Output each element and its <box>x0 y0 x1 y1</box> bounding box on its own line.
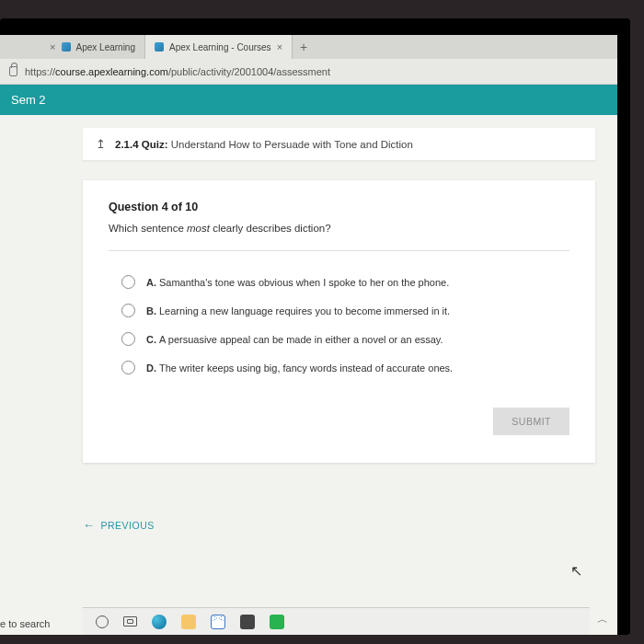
arrow-left-icon: ← <box>83 518 96 532</box>
question-number: Question 4 of 10 <box>109 201 569 213</box>
course-header: Sem 2 <box>0 85 617 115</box>
option-a[interactable]: A.Samantha's tone was obvious when I spo… <box>109 268 569 296</box>
radio-icon[interactable] <box>121 304 135 317</box>
crumb-kind: Quiz: <box>142 139 168 150</box>
url-text: https://course.apexlearning.com/public/a… <box>25 66 608 77</box>
option-text: Samantha's tone was obvious when I spoke… <box>159 277 449 288</box>
option-letter: D. <box>146 362 156 374</box>
browser-tab-active[interactable]: Apex Learning - Courses × <box>145 35 293 59</box>
question-text: Which sentence most clearly describes di… <box>109 223 569 234</box>
question-card: Question 4 of 10 Which sentence most cle… <box>83 180 595 463</box>
tab-label: Apex Learning <box>76 42 136 52</box>
task-view-icon[interactable] <box>123 616 137 627</box>
mail-icon[interactable] <box>211 615 225 629</box>
option-letter: C. <box>146 334 156 345</box>
url-prefix: https:// <box>25 66 55 77</box>
option-letter: B. <box>146 305 156 316</box>
option-letter: A. <box>146 277 156 288</box>
radio-icon[interactable] <box>121 332 135 346</box>
breadcrumb[interactable]: ↥ 2.1.4 Quiz: Understand How to Persuade… <box>83 128 595 160</box>
url-path: /public/activity/2001004/assessment <box>168 66 330 77</box>
radio-icon[interactable] <box>121 275 135 289</box>
search-hint: e to search <box>0 618 50 629</box>
question-text-post: clearly describes diction? <box>210 223 331 234</box>
edge-icon[interactable] <box>152 615 167 629</box>
close-icon[interactable]: × <box>50 41 55 52</box>
browser-tab-bar: × Apex Learning Apex Learning - Courses … <box>0 35 617 59</box>
submit-button[interactable]: SUBMIT <box>493 408 569 435</box>
browser-tab[interactable]: × Apex Learning <box>7 35 145 59</box>
chevron-up-icon[interactable]: ︿ <box>597 612 608 627</box>
close-icon[interactable]: × <box>277 41 282 52</box>
favicon-icon <box>62 42 71 52</box>
tab-label: Apex Learning - Courses <box>169 42 271 52</box>
address-bar[interactable]: https://course.apexlearning.com/public/a… <box>0 59 617 85</box>
cursor-icon: ↖ <box>570 562 582 580</box>
option-d[interactable]: D.The writer keeps using big, fancy word… <box>109 353 569 382</box>
url-domain: course.apexlearning.com <box>55 66 168 77</box>
breadcrumb-text: 2.1.4 Quiz: Understand How to Persuade w… <box>115 139 413 150</box>
semester-label: Sem 2 <box>11 93 46 107</box>
store-icon[interactable] <box>240 615 255 629</box>
lock-icon <box>9 66 17 76</box>
crumb-number: 2.1.4 <box>115 139 139 150</box>
crumb-title: Understand How to Persuade with Tone and… <box>171 139 413 150</box>
question-text-pre: Which sentence <box>109 223 187 234</box>
divider <box>109 250 569 251</box>
previous-button[interactable]: ← PREVIOUS <box>83 518 617 532</box>
file-explorer-icon[interactable] <box>181 615 196 629</box>
option-c[interactable]: C.A persuasive appeal can be made in eit… <box>109 325 569 353</box>
content-area: ↥ 2.1.4 Quiz: Understand How to Persuade… <box>0 115 617 635</box>
option-text: A persuasive appeal can be made in eithe… <box>159 334 443 345</box>
app-icon[interactable] <box>270 615 284 629</box>
option-label: D.The writer keeps using big, fancy word… <box>146 362 453 374</box>
favicon-icon <box>155 42 164 52</box>
taskbar <box>83 607 590 635</box>
option-label: B.Learning a new language requires you t… <box>146 305 450 316</box>
option-text: The writer keeps using big, fancy words … <box>159 362 453 374</box>
option-b[interactable]: B.Learning a new language requires you t… <box>109 296 569 325</box>
option-text: Learning a new language requires you to … <box>159 305 450 316</box>
new-tab-button[interactable]: + <box>293 35 315 59</box>
radio-icon[interactable] <box>121 361 135 374</box>
option-label: A.Samantha's tone was obvious when I spo… <box>146 277 449 288</box>
back-arrow-icon[interactable]: ↥ <box>96 137 106 151</box>
option-label: C.A persuasive appeal can be made in eit… <box>146 334 443 345</box>
cortana-icon[interactable] <box>96 615 109 628</box>
question-text-em: most <box>187 223 210 234</box>
previous-label: PREVIOUS <box>101 520 155 531</box>
